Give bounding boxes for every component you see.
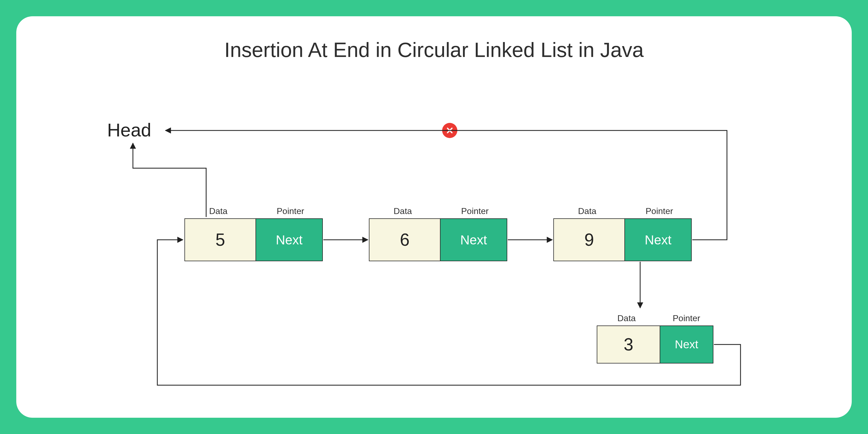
node-4-data-label: Data bbox=[617, 313, 636, 323]
node-3-pointer-label: Pointer bbox=[646, 206, 673, 216]
node-4: 3 Next bbox=[597, 326, 713, 364]
node-2-pointer: Next bbox=[440, 219, 507, 261]
node-2-data-label: Data bbox=[394, 206, 412, 216]
connector-lines bbox=[16, 16, 852, 418]
node-4-value: 3 bbox=[597, 326, 660, 363]
node-2-pointer-label: Pointer bbox=[461, 206, 489, 216]
node-2: 6 Next bbox=[369, 218, 507, 261]
node-3-data-label: Data bbox=[578, 206, 596, 216]
diagram-panel: Insertion At End in Circular Linked List… bbox=[16, 16, 852, 418]
node-3-pointer: Next bbox=[624, 219, 691, 261]
node-1-value: 5 bbox=[185, 219, 255, 261]
node-2-value: 6 bbox=[369, 219, 440, 261]
node-1-data-label: Data bbox=[209, 206, 227, 216]
node-1-pointer: Next bbox=[255, 219, 322, 261]
node-1: 5 Next bbox=[184, 218, 323, 261]
node-4-pointer: Next bbox=[660, 326, 713, 363]
node-3: 9 Next bbox=[553, 218, 692, 261]
node-3-value: 9 bbox=[554, 219, 624, 261]
close-icon bbox=[442, 123, 457, 138]
diagram-title: Insertion At End in Circular Linked List… bbox=[16, 38, 852, 62]
head-label: Head bbox=[107, 119, 151, 141]
node-4-pointer-label: Pointer bbox=[673, 313, 700, 323]
node-1-pointer-label: Pointer bbox=[277, 206, 304, 216]
